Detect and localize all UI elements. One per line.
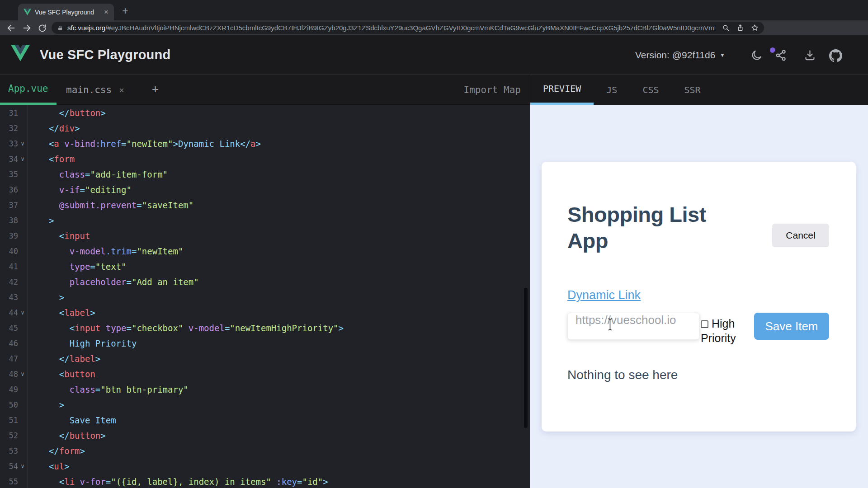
code-line: 36 v-if="editing" (0, 182, 530, 197)
vue-logo-icon[interactable] (11, 45, 30, 61)
code-token: > (38, 216, 54, 225)
cancel-button[interactable]: Cancel (772, 224, 829, 247)
code-text[interactable]: </button> (27, 428, 106, 443)
fold-spacer (18, 105, 27, 121)
code-token: = (225, 323, 230, 333)
fold-caret-icon[interactable]: ∨ (18, 305, 27, 320)
code-token: "id" (302, 477, 323, 487)
code-text[interactable]: </label> (27, 351, 100, 366)
tab-close-icon[interactable]: × (104, 8, 108, 16)
code-text[interactable]: <form (27, 151, 75, 167)
code-text[interactable]: <button (27, 366, 95, 382)
code-text[interactable]: > (27, 397, 64, 413)
fold-caret-icon[interactable]: ∨ (18, 459, 27, 474)
code-token: > (64, 461, 69, 471)
file-close-icon[interactable]: × (119, 85, 124, 95)
code-text[interactable]: </div> (27, 121, 80, 136)
line-number: 35 (0, 167, 18, 182)
code-token: = (121, 139, 126, 149)
code-text[interactable]: </form> (27, 443, 85, 459)
editor-scrollbar-thumb[interactable] (524, 288, 528, 428)
share-link-icon[interactable] (775, 49, 787, 61)
code-text[interactable]: type="text" (27, 259, 127, 274)
code-text[interactable]: </button> (27, 105, 106, 121)
browser-tab[interactable]: Vue SFC Playground × (18, 4, 114, 20)
fold-spacer (18, 428, 27, 443)
code-token: > (38, 292, 64, 302)
high-priority-label[interactable]: High Priority (701, 313, 744, 345)
code-text[interactable]: v-model.trim="newItem" (27, 244, 183, 259)
share-icon[interactable] (736, 24, 744, 32)
code-text[interactable]: <input (27, 228, 90, 244)
output-tab-js[interactable]: JS (594, 75, 630, 105)
line-number: 37 (0, 197, 18, 213)
code-text[interactable]: v-if="editing" (27, 182, 132, 197)
save-item-button[interactable]: Save Item (754, 313, 829, 340)
output-tab-preview[interactable]: PREVIEW (530, 75, 594, 105)
fold-caret-icon[interactable]: ∨ (18, 136, 27, 151)
code-text[interactable]: class="btn btn-primary" (27, 382, 189, 397)
browser-tab-title: Vue SFC Playground (35, 9, 100, 16)
add-file-button[interactable]: + (152, 75, 159, 103)
file-tab-main-css[interactable]: main.css × (60, 75, 131, 105)
new-item-input[interactable]: https://vueschool.io (567, 313, 699, 340)
output-tab-css[interactable]: CSS (630, 75, 671, 105)
fold-caret-icon[interactable]: ∨ (18, 366, 27, 382)
download-icon[interactable] (804, 49, 816, 61)
import-map-button[interactable]: Import Map (464, 75, 521, 105)
github-icon[interactable] (829, 49, 842, 62)
line-number: 51 (0, 413, 18, 428)
code-token: v-for (80, 477, 106, 487)
code-text[interactable]: @submit.prevent="saveItem" (27, 197, 193, 213)
code-token: = (106, 477, 111, 487)
code-area[interactable]: 31 </button>32 </div>33∨ <a v-bind:href=… (0, 105, 530, 488)
output-pane: PREVIEWJSCSSSSR Shopping List App Cancel… (530, 75, 868, 488)
file-tab-bar: App.vue main.css × + Import Map (0, 75, 530, 105)
line-number: 53 (0, 443, 18, 459)
code-token: ul (54, 461, 64, 471)
code-line: 54∨ <ul> (0, 459, 530, 474)
code-text[interactable]: <li v-for="({id, label}, index) in items… (27, 474, 328, 488)
line-number: 36 (0, 182, 18, 197)
code-text[interactable]: <label> (27, 305, 95, 320)
code-text[interactable]: <ul> (27, 459, 70, 474)
output-tab-ssr[interactable]: SSR (672, 75, 713, 105)
theme-toggle-moon-icon[interactable] (750, 49, 763, 61)
reload-button[interactable] (36, 22, 48, 34)
forward-button[interactable] (21, 22, 33, 34)
code-text[interactable]: <a v-bind:href="newItem">Dynamic Link</a… (27, 136, 261, 151)
code-line: 44∨ <label> (0, 305, 530, 320)
back-button[interactable] (5, 22, 17, 34)
url-bar[interactable]: sfc.vuejs.org/#eyJBcHAudnVlIjoiPHNjcmlwd… (52, 22, 764, 34)
code-token: < (38, 231, 64, 241)
version-selector[interactable]: Version: @92f11d6 ▼ (635, 50, 725, 61)
file-tab-app-vue[interactable]: App.vue (0, 75, 57, 105)
code-token: form (59, 446, 80, 456)
code-token: class (59, 169, 85, 179)
code-text[interactable]: > (27, 290, 64, 305)
code-line: 49 class="btn btn-primary" (0, 382, 530, 397)
high-priority-checkbox[interactable] (701, 320, 708, 328)
code-line: 32 </div> (0, 121, 530, 136)
code-line: 42 placeholder="Add an item" (0, 274, 530, 290)
zoom-lens-icon[interactable] (722, 24, 730, 32)
dynamic-link[interactable]: Dynamic Link (567, 288, 641, 302)
code-token: "checkbox" (132, 323, 183, 333)
code-text[interactable]: class="add-item-form" (27, 167, 168, 182)
fold-caret-icon[interactable]: ∨ (18, 151, 27, 167)
code-text[interactable]: placeholder="Add an item" (27, 274, 199, 290)
code-text[interactable]: > (27, 213, 54, 228)
code-line: 40 v-model.trim="newItem" (0, 244, 530, 259)
code-token: </ (38, 431, 70, 441)
code-line: 47 </label> (0, 351, 530, 366)
code-token: type (106, 323, 127, 333)
code-text[interactable]: <input type="checkbox" v-model="newItemH… (27, 320, 344, 336)
output-tabbar: PREVIEWJSCSSSSR (530, 75, 868, 105)
code-text[interactable]: High Priority (27, 336, 137, 351)
file-tab-label: App.vue (8, 83, 48, 94)
code-text[interactable]: Save Item (27, 413, 116, 428)
add-item-form: https://vueschool.io High Priority Save … (567, 313, 829, 345)
new-tab-button[interactable]: + (118, 4, 132, 18)
bookmark-star-icon[interactable] (751, 24, 759, 32)
code-line: 39 <input (0, 228, 530, 244)
